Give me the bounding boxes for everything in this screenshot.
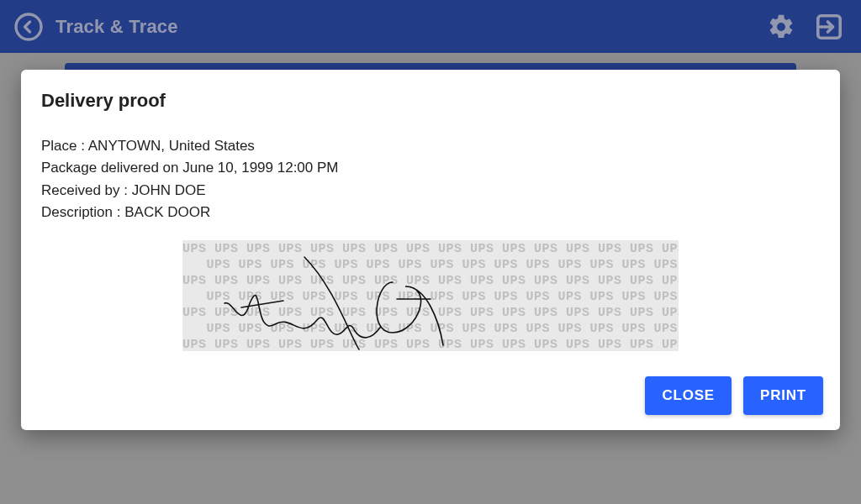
delivered-label: Package delivered on xyxy=(41,160,182,176)
received-label: Received by : xyxy=(41,182,132,198)
signature-stroke xyxy=(182,240,679,351)
received-line: Received by : JOHN DOE xyxy=(41,180,820,202)
dialog-title: Delivery proof xyxy=(41,90,840,112)
place-line: Place : ANYTOWN, United States xyxy=(41,135,820,157)
description-value: BACK DOOR xyxy=(124,204,210,220)
delivery-details: Place : ANYTOWN, United States Package d… xyxy=(41,135,820,223)
delivered-line: Package delivered on June 10, 1999 12:00… xyxy=(41,157,820,179)
description-label: Description : xyxy=(41,204,124,220)
place-value: ANYTOWN, United States xyxy=(88,138,255,154)
signature-image: UPS UPS UPS UPS UPS UPS UPS UPS UPS UPS … xyxy=(182,240,679,351)
dialog-content: Place : ANYTOWN, United States Package d… xyxy=(21,135,840,376)
place-label: Place : xyxy=(41,138,88,154)
dialog-actions: CLOSE PRINT xyxy=(21,376,840,415)
close-button[interactable]: CLOSE xyxy=(645,376,732,415)
description-line: Description : BACK DOOR xyxy=(41,202,820,223)
print-button[interactable]: PRINT xyxy=(743,376,823,415)
delivery-proof-dialog: Delivery proof Place : ANYTOWN, United S… xyxy=(21,70,840,430)
received-value: JOHN DOE xyxy=(132,182,206,198)
delivered-value: June 10, 1999 12:00 PM xyxy=(182,160,338,176)
